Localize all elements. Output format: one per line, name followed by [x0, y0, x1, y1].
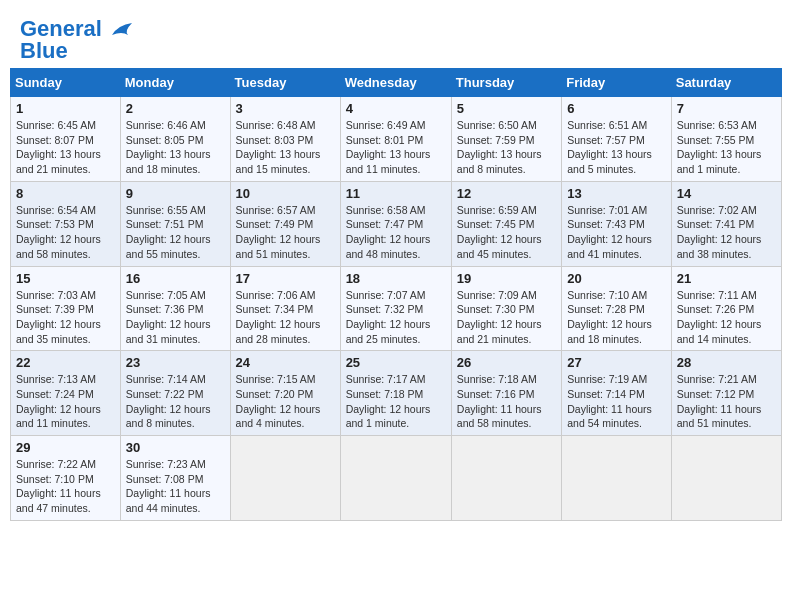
day-detail: Sunrise: 6:54 AM Sunset: 7:53 PM Dayligh…: [16, 203, 115, 262]
day-cell-19: 19 Sunrise: 7:09 AM Sunset: 7:30 PM Dayl…: [451, 266, 561, 351]
day-number: 9: [126, 186, 225, 201]
header-wednesday: Wednesday: [340, 69, 451, 97]
day-detail: Sunrise: 7:18 AM Sunset: 7:16 PM Dayligh…: [457, 372, 556, 431]
day-cell-28: 28 Sunrise: 7:21 AM Sunset: 7:12 PM Dayl…: [671, 351, 781, 436]
day-number: 3: [236, 101, 335, 116]
day-number: 19: [457, 271, 556, 286]
week-row-3: 15 Sunrise: 7:03 AM Sunset: 7:39 PM Dayl…: [11, 266, 782, 351]
day-cell-26: 26 Sunrise: 7:18 AM Sunset: 7:16 PM Dayl…: [451, 351, 561, 436]
day-number: 27: [567, 355, 666, 370]
day-cell-9: 9 Sunrise: 6:55 AM Sunset: 7:51 PM Dayli…: [120, 181, 230, 266]
day-detail: Sunrise: 6:51 AM Sunset: 7:57 PM Dayligh…: [567, 118, 666, 177]
empty-cell: [562, 436, 672, 521]
day-detail: Sunrise: 6:57 AM Sunset: 7:49 PM Dayligh…: [236, 203, 335, 262]
day-cell-13: 13 Sunrise: 7:01 AM Sunset: 7:43 PM Dayl…: [562, 181, 672, 266]
day-cell-3: 3 Sunrise: 6:48 AM Sunset: 8:03 PM Dayli…: [230, 97, 340, 182]
week-row-2: 8 Sunrise: 6:54 AM Sunset: 7:53 PM Dayli…: [11, 181, 782, 266]
day-detail: Sunrise: 6:45 AM Sunset: 8:07 PM Dayligh…: [16, 118, 115, 177]
day-detail: Sunrise: 7:06 AM Sunset: 7:34 PM Dayligh…: [236, 288, 335, 347]
day-number: 16: [126, 271, 225, 286]
header-tuesday: Tuesday: [230, 69, 340, 97]
day-number: 4: [346, 101, 446, 116]
day-detail: Sunrise: 6:48 AM Sunset: 8:03 PM Dayligh…: [236, 118, 335, 177]
day-number: 8: [16, 186, 115, 201]
day-cell-24: 24 Sunrise: 7:15 AM Sunset: 7:20 PM Dayl…: [230, 351, 340, 436]
day-cell-1: 1 Sunrise: 6:45 AM Sunset: 8:07 PM Dayli…: [11, 97, 121, 182]
day-cell-7: 7 Sunrise: 6:53 AM Sunset: 7:55 PM Dayli…: [671, 97, 781, 182]
day-cell-6: 6 Sunrise: 6:51 AM Sunset: 7:57 PM Dayli…: [562, 97, 672, 182]
day-cell-2: 2 Sunrise: 6:46 AM Sunset: 8:05 PM Dayli…: [120, 97, 230, 182]
day-detail: Sunrise: 7:11 AM Sunset: 7:26 PM Dayligh…: [677, 288, 776, 347]
day-number: 24: [236, 355, 335, 370]
day-number: 14: [677, 186, 776, 201]
empty-cell: [671, 436, 781, 521]
day-number: 1: [16, 101, 115, 116]
day-cell-20: 20 Sunrise: 7:10 AM Sunset: 7:28 PM Dayl…: [562, 266, 672, 351]
day-cell-27: 27 Sunrise: 7:19 AM Sunset: 7:14 PM Dayl…: [562, 351, 672, 436]
day-cell-5: 5 Sunrise: 6:50 AM Sunset: 7:59 PM Dayli…: [451, 97, 561, 182]
day-cell-4: 4 Sunrise: 6:49 AM Sunset: 8:01 PM Dayli…: [340, 97, 451, 182]
day-cell-17: 17 Sunrise: 7:06 AM Sunset: 7:34 PM Dayl…: [230, 266, 340, 351]
day-detail: Sunrise: 7:23 AM Sunset: 7:08 PM Dayligh…: [126, 457, 225, 516]
day-number: 13: [567, 186, 666, 201]
header-saturday: Saturday: [671, 69, 781, 97]
empty-cell: [451, 436, 561, 521]
day-number: 30: [126, 440, 225, 455]
day-detail: Sunrise: 7:13 AM Sunset: 7:24 PM Dayligh…: [16, 372, 115, 431]
day-number: 28: [677, 355, 776, 370]
header-sunday: Sunday: [11, 69, 121, 97]
empty-cell: [230, 436, 340, 521]
day-detail: Sunrise: 7:14 AM Sunset: 7:22 PM Dayligh…: [126, 372, 225, 431]
day-number: 26: [457, 355, 556, 370]
day-detail: Sunrise: 7:07 AM Sunset: 7:32 PM Dayligh…: [346, 288, 446, 347]
logo-bird-icon: [104, 21, 136, 49]
day-detail: Sunrise: 7:09 AM Sunset: 7:30 PM Dayligh…: [457, 288, 556, 347]
day-detail: Sunrise: 7:10 AM Sunset: 7:28 PM Dayligh…: [567, 288, 666, 347]
day-number: 29: [16, 440, 115, 455]
header-thursday: Thursday: [451, 69, 561, 97]
day-cell-8: 8 Sunrise: 6:54 AM Sunset: 7:53 PM Dayli…: [11, 181, 121, 266]
weekday-header-row: Sunday Monday Tuesday Wednesday Thursday…: [11, 69, 782, 97]
day-cell-23: 23 Sunrise: 7:14 AM Sunset: 7:22 PM Dayl…: [120, 351, 230, 436]
day-number: 7: [677, 101, 776, 116]
header-friday: Friday: [562, 69, 672, 97]
day-cell-30: 30 Sunrise: 7:23 AM Sunset: 7:08 PM Dayl…: [120, 436, 230, 521]
day-cell-14: 14 Sunrise: 7:02 AM Sunset: 7:41 PM Dayl…: [671, 181, 781, 266]
day-number: 25: [346, 355, 446, 370]
day-cell-15: 15 Sunrise: 7:03 AM Sunset: 7:39 PM Dayl…: [11, 266, 121, 351]
day-number: 17: [236, 271, 335, 286]
day-number: 2: [126, 101, 225, 116]
empty-cell: [340, 436, 451, 521]
day-number: 11: [346, 186, 446, 201]
logo-text: GeneralBlue: [20, 18, 102, 62]
day-number: 22: [16, 355, 115, 370]
day-detail: Sunrise: 7:05 AM Sunset: 7:36 PM Dayligh…: [126, 288, 225, 347]
day-detail: Sunrise: 6:59 AM Sunset: 7:45 PM Dayligh…: [457, 203, 556, 262]
day-detail: Sunrise: 7:22 AM Sunset: 7:10 PM Dayligh…: [16, 457, 115, 516]
day-number: 6: [567, 101, 666, 116]
day-detail: Sunrise: 6:58 AM Sunset: 7:47 PM Dayligh…: [346, 203, 446, 262]
week-row-4: 22 Sunrise: 7:13 AM Sunset: 7:24 PM Dayl…: [11, 351, 782, 436]
day-detail: Sunrise: 7:19 AM Sunset: 7:14 PM Dayligh…: [567, 372, 666, 431]
day-cell-12: 12 Sunrise: 6:59 AM Sunset: 7:45 PM Dayl…: [451, 181, 561, 266]
day-cell-21: 21 Sunrise: 7:11 AM Sunset: 7:26 PM Dayl…: [671, 266, 781, 351]
page-header: GeneralBlue: [10, 10, 782, 62]
header-monday: Monday: [120, 69, 230, 97]
day-detail: Sunrise: 7:01 AM Sunset: 7:43 PM Dayligh…: [567, 203, 666, 262]
logo: GeneralBlue: [20, 18, 136, 62]
day-number: 21: [677, 271, 776, 286]
day-cell-22: 22 Sunrise: 7:13 AM Sunset: 7:24 PM Dayl…: [11, 351, 121, 436]
day-cell-25: 25 Sunrise: 7:17 AM Sunset: 7:18 PM Dayl…: [340, 351, 451, 436]
day-cell-18: 18 Sunrise: 7:07 AM Sunset: 7:32 PM Dayl…: [340, 266, 451, 351]
day-number: 5: [457, 101, 556, 116]
calendar-table: Sunday Monday Tuesday Wednesday Thursday…: [10, 68, 782, 521]
week-row-1: 1 Sunrise: 6:45 AM Sunset: 8:07 PM Dayli…: [11, 97, 782, 182]
day-cell-11: 11 Sunrise: 6:58 AM Sunset: 7:47 PM Dayl…: [340, 181, 451, 266]
day-detail: Sunrise: 6:50 AM Sunset: 7:59 PM Dayligh…: [457, 118, 556, 177]
day-detail: Sunrise: 7:03 AM Sunset: 7:39 PM Dayligh…: [16, 288, 115, 347]
day-number: 12: [457, 186, 556, 201]
day-detail: Sunrise: 6:49 AM Sunset: 8:01 PM Dayligh…: [346, 118, 446, 177]
day-number: 20: [567, 271, 666, 286]
day-number: 18: [346, 271, 446, 286]
day-detail: Sunrise: 6:46 AM Sunset: 8:05 PM Dayligh…: [126, 118, 225, 177]
